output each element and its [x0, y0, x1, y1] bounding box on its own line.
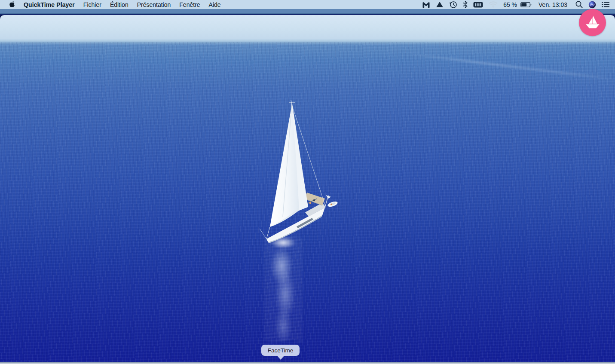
dock-tooltip-label: FaceTime	[268, 347, 294, 354]
indicator-bars-icon[interactable]	[473, 2, 483, 8]
dock-edge[interactable]	[0, 362, 615, 364]
menu-edition[interactable]: Édition	[110, 1, 129, 8]
menu-bar-status: 65 % Ven. 13:03	[422, 0, 615, 9]
siri-icon[interactable]	[588, 1, 596, 9]
quicktime-video-content[interactable]	[0, 15, 615, 362]
desktop-edge-strip	[0, 9, 615, 15]
sailboat-image	[257, 100, 343, 246]
boat-reflection	[264, 236, 303, 342]
triangle-icon[interactable]	[436, 1, 444, 8]
notification-center-icon[interactable]	[602, 1, 609, 8]
desktop-screen: QuickTime Player Fichier Édition Présent…	[0, 0, 615, 364]
menu-fenetre[interactable]: Fenêtre	[179, 1, 200, 8]
paper-boat-icon	[584, 15, 601, 31]
dock-tooltip: FaceTime	[261, 345, 300, 356]
time-machine-icon[interactable]	[449, 0, 457, 9]
spotlight-icon[interactable]	[575, 1, 583, 8]
battery-percent: 65 %	[503, 1, 517, 8]
menu-fichier[interactable]: Fichier	[83, 1, 101, 8]
menu-bar-left: QuickTime Player Fichier Édition Présent…	[0, 0, 229, 9]
menu-bar: QuickTime Player Fichier Édition Présent…	[0, 0, 615, 9]
apple-logo-icon	[9, 0, 15, 9]
active-app-menu[interactable]: QuickTime Player	[24, 1, 75, 8]
wifi-icon[interactable]	[489, 1, 498, 8]
malwarebytes-icon[interactable]	[422, 1, 430, 8]
apple-menu[interactable]	[9, 0, 15, 9]
paper-boat-badge[interactable]	[579, 9, 606, 36]
battery-icon[interactable]	[520, 2, 532, 7]
bluetooth-icon[interactable]	[463, 1, 468, 8]
dock-tooltip-tail	[277, 355, 285, 360]
menu-bar-clock[interactable]: Ven. 13:03	[539, 1, 567, 8]
menu-aide[interactable]: Aide	[209, 1, 221, 8]
menu-presentation[interactable]: Présentation	[137, 1, 171, 8]
